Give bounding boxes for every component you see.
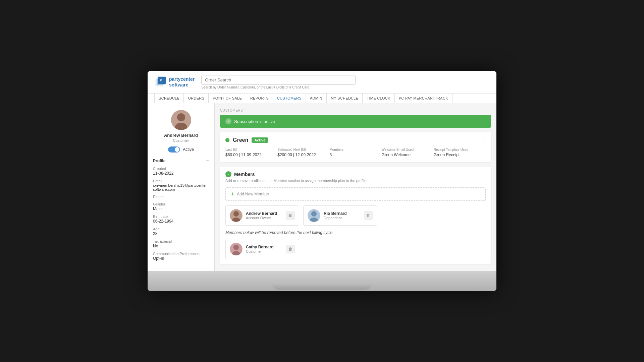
member-cards-container: Andrew Bernard Account Owner 🗑 <box>225 205 486 226</box>
svg-point-5 <box>177 113 185 121</box>
delete-rio-button[interactable]: 🗑 <box>364 211 373 220</box>
user-avatar <box>171 110 191 130</box>
main-content: Andrew Bernard Customer Active Profile −… <box>148 103 496 271</box>
removal-card-cathy: Cathy Bernard Customer 🗑 <box>225 239 299 259</box>
monitor-stand <box>148 271 496 291</box>
profile-phone: Phone <box>153 195 209 199</box>
nav-customers[interactable]: CUSTOMERS <box>273 94 306 103</box>
profile-collapse-btn[interactable]: − <box>206 158 209 164</box>
user-role: Customer <box>153 138 209 142</box>
search-hint: Search by Order Number, Customer, or the… <box>201 85 356 89</box>
toggle-label: Active <box>183 147 194 152</box>
nav-bar: SCHEDULE ORDERS POINT OF SALE REPORTS CU… <box>148 94 496 103</box>
header: P partycenter software Search by Order N… <box>148 71 496 94</box>
logo-text: partycenter software <box>169 76 195 88</box>
membership-name: Green <box>233 137 248 143</box>
members-title: Members <box>234 172 255 177</box>
members-check-icon: ✓ <box>225 171 231 177</box>
stat-last-bill: Last Bill $60.00 | 11-09-2022 <box>225 148 277 157</box>
plus-icon: + <box>231 191 234 197</box>
member-info-andrew: Andrew Bernard Account Owner <box>246 211 283 220</box>
svg-point-14 <box>233 245 239 250</box>
removal-notice: Members below will be removed before the… <box>225 230 486 235</box>
stat-receipt-template: Receipt Template Used Green Receipt <box>434 148 486 157</box>
membership-card: Green Active − Last Bill $60.00 | 11-09-… <box>220 132 491 162</box>
green-dot-icon <box>225 138 229 142</box>
profile-section-title: Profile − <box>153 158 209 164</box>
svg-point-8 <box>233 211 239 217</box>
members-section: ✓ Members Add or remove profiles in the … <box>220 167 491 264</box>
delete-andrew-button[interactable]: 🗑 <box>286 211 295 220</box>
profile-birthdate: Birthdate 06-22-1994 <box>153 215 209 224</box>
stat-welcome-email: Welcome Email Used Green Welcome <box>382 148 434 157</box>
membership-status-badge: Active <box>252 137 268 143</box>
member-info-cathy: Cathy Bernard Customer <box>246 245 283 253</box>
membership-header: Green Active − <box>225 137 486 143</box>
member-info-rio: Rio Bernard Dependent <box>324 211 361 220</box>
members-hint: Add or remove profiles in the Member sec… <box>225 179 486 183</box>
member-avatar-rio <box>308 209 320 222</box>
check-icon: ✓ <box>225 118 231 124</box>
profile-comm-prefs: Communication Preferences Opt-In <box>153 252 209 261</box>
nav-time-clock[interactable]: TIME CLOCK <box>363 94 394 103</box>
removal-cards-container: Cathy Bernard Customer 🗑 <box>225 239 486 259</box>
nav-my-schedule[interactable]: MY SCHEDULE <box>327 94 363 103</box>
nav-pos[interactable]: POINT OF SALE <box>209 94 246 103</box>
stat-members: Members 3 <box>329 148 381 157</box>
profile-age: Age 28 <box>153 227 209 236</box>
profile-created: Created 11-08-2022 <box>153 167 209 176</box>
nav-orders[interactable]: ORDERS <box>184 94 209 103</box>
subscription-alert: ✓ Subscription is active <box>220 115 491 128</box>
avatar-container: Andrew Bernard Customer <box>153 110 209 142</box>
stat-next-bill: Estimated Next Bill $200.00 | 12-09-2022 <box>277 148 329 157</box>
content-area: CUSTOMERS ✓ Subscription is active Green… <box>215 103 496 271</box>
nav-schedule[interactable]: SCHEDULE <box>154 94 184 103</box>
search-container: Search by Order Number, Customer, or the… <box>201 75 356 89</box>
search-input[interactable] <box>201 75 356 85</box>
sidebar: Andrew Bernard Customer Active Profile −… <box>148 103 215 271</box>
nav-admin[interactable]: ADMIN <box>306 94 327 103</box>
profile-gender: Gender Male <box>153 202 209 211</box>
delete-cathy-button[interactable]: 🗑 <box>286 245 295 253</box>
active-toggle[interactable] <box>168 146 180 153</box>
member-avatar-andrew <box>230 209 243 222</box>
membership-collapse-btn[interactable]: − <box>483 137 486 143</box>
monitor-base <box>272 283 372 290</box>
svg-point-11 <box>311 211 317 217</box>
member-card-andrew: Andrew Bernard Account Owner 🗑 <box>225 205 299 226</box>
profile-tax-exempt: Tax Exempt No <box>153 239 209 248</box>
member-avatar-cathy <box>230 243 243 255</box>
nav-reports[interactable]: REPORTS <box>246 94 273 103</box>
logo: P partycenter software <box>154 76 195 88</box>
breadcrumb: CUSTOMERS <box>220 109 491 112</box>
membership-stats: Last Bill $60.00 | 11-09-2022 Estimated … <box>225 148 486 157</box>
nav-pc-pay[interactable]: PC PAY MERCHANTTRACK <box>395 94 452 103</box>
svg-text:P: P <box>160 78 162 82</box>
profile-email: Email jon+membership13@partycentersoftwa… <box>153 179 209 191</box>
user-name: Andrew Bernard <box>153 133 209 138</box>
member-card-rio: Rio Bernard Dependent 🗑 <box>303 205 377 226</box>
members-header: ✓ Members <box>225 171 486 177</box>
add-member-button[interactable]: + Add New Member <box>225 187 486 201</box>
active-toggle-container: Active <box>153 146 209 153</box>
